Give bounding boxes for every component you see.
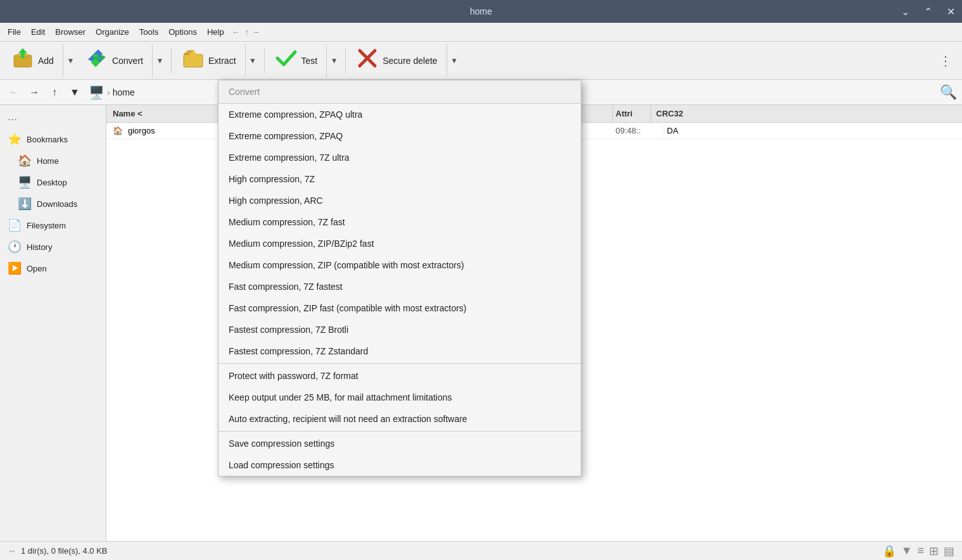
convert-menu-item-0[interactable]: Extreme compression, ZPAQ ultra	[218, 104, 581, 125]
path-home[interactable]: home	[113, 87, 135, 97]
nav-back-button[interactable]: ←	[5, 84, 23, 101]
extract-button[interactable]: Extract	[175, 44, 243, 77]
breadcrumb: 🖥️ › home	[89, 85, 135, 100]
convert-menu-item-7[interactable]: Medium compression, ZIP (compatible with…	[218, 254, 581, 276]
convert-menu-item-13[interactable]: Keep output under 25 MB, for mail attach…	[218, 387, 581, 408]
resize-icon: ↔	[8, 546, 16, 556]
menu-organize[interactable]: Organize	[91, 25, 134, 39]
convert-label: Convert	[112, 56, 143, 66]
toolbar-separator-2	[264, 48, 265, 73]
convert-dropdown[interactable]: ▼	[152, 44, 167, 77]
convert-button[interactable]: Convert	[79, 44, 149, 77]
sidebar-dots[interactable]: ···	[0, 110, 106, 128]
convert-menu-item-6[interactable]: Medium compression, ZIP/BZip2 fast	[218, 233, 581, 254]
nav-up-button[interactable]: ↑	[46, 84, 63, 101]
minimize-button[interactable]: ⌄	[894, 0, 916, 23]
status-bar: ↔ 1 dir(s), 0 file(s), 4.0 KB 🔒 ▼ ≡ ⊞ ▤	[0, 541, 962, 560]
lock-icon[interactable]: 🔒	[882, 544, 896, 558]
sidebar-item-home[interactable]: 🏠 Home	[0, 150, 106, 171]
secure-delete-dropdown[interactable]: ▼	[446, 44, 462, 77]
column-attr: Attri	[613, 105, 651, 122]
sidebar: ··· ⭐ Bookmarks 🏠 Home 🖥️ Desktop ⬇️ Dow…	[0, 105, 106, 541]
nav-forward-button[interactable]: →	[25, 84, 43, 101]
menu-tools[interactable]: Tools	[134, 25, 163, 39]
column-crc: CRC32	[651, 105, 962, 122]
computer-icon: 🖥️	[89, 85, 104, 100]
test-button[interactable]: Test	[269, 44, 324, 77]
sidebar-item-bookmarks[interactable]: ⭐ Bookmarks	[0, 128, 106, 150]
list-view-icon[interactable]: ≡	[917, 544, 924, 557]
sidebar-item-desktop[interactable]: 🖥️ Desktop	[0, 171, 106, 193]
desktop-icon: 🖥️	[18, 175, 32, 189]
test-icon	[275, 47, 298, 74]
downloads-icon: ⬇️	[18, 197, 32, 211]
convert-menu-item-1[interactable]: Extreme compression, ZPAQ	[218, 125, 581, 147]
grid-view-icon[interactable]: ⊞	[929, 544, 939, 558]
dropdown-status-icon[interactable]: ▼	[901, 544, 913, 557]
convert-menu-item-16[interactable]: Load compression settings	[218, 454, 581, 476]
convert-menu-item-10[interactable]: Fastest compression, 7Z Brotli	[218, 319, 581, 340]
status-text: 1 dir(s), 0 file(s), 4.0 KB	[21, 546, 108, 556]
convert-dropdown-menu: Convert Extreme compression, ZPAQ ultra …	[218, 80, 581, 476]
sidebar-label-downloads: Downloads	[37, 199, 77, 209]
add-dropdown[interactable]: ▼	[63, 44, 78, 77]
nav-dash-icon[interactable]: –	[251, 27, 261, 37]
sidebar-label-history: History	[27, 242, 52, 252]
status-bar-right: 🔒 ▼ ≡ ⊞ ▤	[882, 544, 954, 558]
toolbar: Add ▼ Convert ▼	[0, 42, 962, 80]
nav-back-icon[interactable]: ←	[229, 27, 243, 37]
add-button[interactable]: Add	[5, 44, 60, 77]
extract-icon	[182, 47, 205, 74]
nav-dropdown-button[interactable]: ▼	[66, 84, 84, 101]
convert-menu-item-4[interactable]: High compression, ARC	[218, 190, 581, 211]
window-title: home	[470, 6, 492, 16]
maximize-button[interactable]: ⌃	[916, 0, 939, 23]
bookmarks-icon: ⭐	[8, 132, 22, 146]
convert-menu-item-15[interactable]: Save compression settings	[218, 433, 581, 454]
convert-menu-item-8[interactable]: Fast compression, 7Z fastest	[218, 276, 581, 297]
convert-icon	[85, 47, 108, 74]
nav-up-icon[interactable]: ↑	[243, 27, 252, 37]
close-button[interactable]: ✕	[939, 0, 962, 23]
convert-menu-item-3[interactable]: High compression, 7Z	[218, 168, 581, 190]
file-time-cell: 09:48::	[613, 123, 664, 139]
menu-bar: File Edit Browser Organize Tools Options…	[0, 23, 962, 42]
menu-help[interactable]: Help	[202, 25, 229, 39]
sidebar-item-open[interactable]: ▶️ Open	[0, 258, 106, 279]
add-label: Add	[38, 56, 54, 66]
convert-menu-item-9[interactable]: Fast compression, ZIP fast (compatible w…	[218, 297, 581, 319]
file-attr-cell: DA	[664, 123, 702, 139]
more-options-icon[interactable]: ⋮	[934, 51, 957, 71]
details-view-icon[interactable]: ▤	[944, 544, 954, 558]
sidebar-label-bookmarks: Bookmarks	[27, 135, 68, 144]
convert-menu-item-11[interactable]: Fastest compression, 7Z Zstandard	[218, 340, 581, 362]
add-icon	[11, 47, 34, 74]
open-icon: ▶️	[8, 261, 22, 275]
convert-menu-item-14[interactable]: Auto extracting, recipient will not need…	[218, 408, 581, 430]
sidebar-item-history[interactable]: 🕐 History	[0, 236, 106, 258]
file-crc-cell	[702, 128, 962, 134]
menu-options[interactable]: Options	[163, 25, 202, 39]
menu-edit[interactable]: Edit	[26, 25, 50, 39]
test-dropdown[interactable]: ▼	[326, 44, 341, 77]
toolbar-separator-1	[171, 48, 172, 73]
menu-file[interactable]: File	[3, 25, 26, 39]
home-icon: 🏠	[18, 154, 32, 168]
search-icon[interactable]: 🔍	[940, 84, 957, 101]
test-label: Test	[301, 56, 318, 66]
convert-menu-item-5[interactable]: Medium compression, 7Z fast	[218, 211, 581, 233]
secure-delete-label: Secure delete	[383, 56, 437, 66]
secure-delete-button[interactable]: Secure delete	[350, 44, 443, 77]
convert-menu-item-2[interactable]: Extreme compression, 7Z ultra	[218, 147, 581, 168]
title-bar: home ⌄ ⌃ ✕	[0, 0, 962, 23]
sidebar-item-filesystem[interactable]: 📄 Filesystem	[0, 215, 106, 236]
extract-dropdown[interactable]: ▼	[245, 44, 260, 77]
secure-delete-icon	[356, 47, 379, 74]
menu-browser[interactable]: Browser	[50, 25, 91, 39]
sidebar-item-downloads[interactable]: ⬇️ Downloads	[0, 193, 106, 215]
convert-menu-header: Convert	[218, 80, 581, 104]
convert-menu-separator-2	[218, 431, 581, 432]
file-icon: 🏠	[113, 126, 123, 135]
convert-menu-separator-1	[218, 363, 581, 364]
convert-menu-item-12[interactable]: Protect with password, 7Z format	[218, 365, 581, 387]
